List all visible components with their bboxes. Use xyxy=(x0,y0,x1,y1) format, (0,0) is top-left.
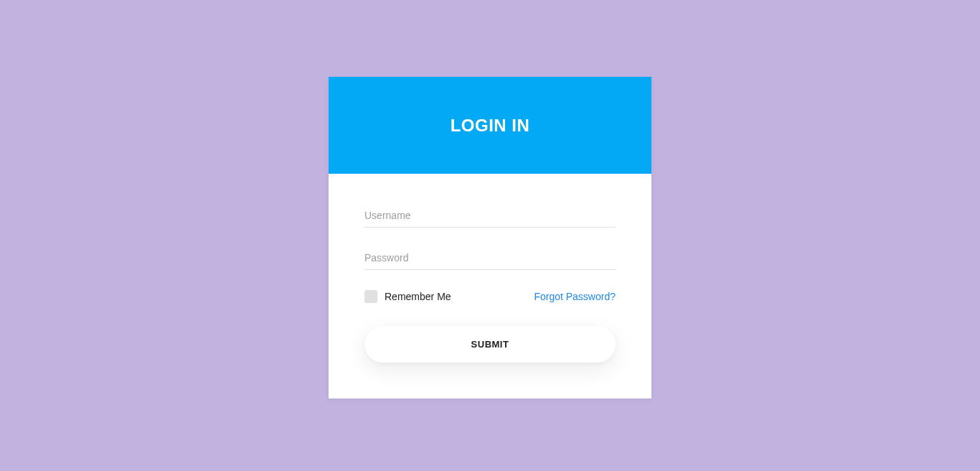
remember-me-group: Remember Me xyxy=(364,290,451,303)
username-input[interactable] xyxy=(364,202,616,228)
password-input[interactable] xyxy=(364,245,616,270)
login-title: LOGIN IN xyxy=(451,116,530,136)
forgot-password-link[interactable]: Forgot Password? xyxy=(534,291,616,302)
submit-button[interactable]: SUBMIT xyxy=(364,326,616,363)
remember-me-checkbox[interactable] xyxy=(364,290,377,303)
options-row: Remember Me Forgot Password? xyxy=(364,290,616,303)
login-body: Remember Me Forgot Password? SUBMIT xyxy=(329,174,651,398)
password-row xyxy=(364,245,616,270)
remember-me-label[interactable]: Remember Me xyxy=(385,291,451,302)
login-header: LOGIN IN xyxy=(329,77,651,174)
username-row xyxy=(364,202,616,228)
login-card: LOGIN IN Remember Me Forgot Password? SU… xyxy=(329,77,651,398)
